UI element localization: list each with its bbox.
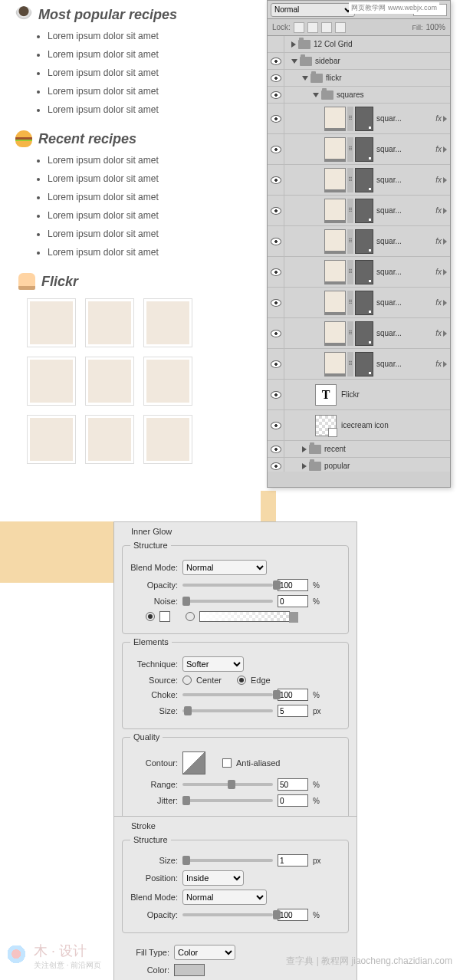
chevron-icon[interactable] bbox=[443, 177, 447, 183]
size-input[interactable] bbox=[278, 705, 308, 717]
size-input[interactable] bbox=[278, 854, 308, 867]
blend-mode-select[interactable]: Normal bbox=[271, 3, 355, 17]
layer-row[interactable]: ⠿squar...fx bbox=[268, 134, 450, 165]
chevron-icon[interactable] bbox=[443, 238, 447, 245]
fx-badge[interactable]: fx bbox=[435, 298, 442, 307]
layer-row[interactable]: sidebar bbox=[268, 53, 450, 70]
eye-icon bbox=[271, 422, 281, 429]
visibility-toggle[interactable] bbox=[268, 196, 284, 225]
visibility-toggle[interactable] bbox=[268, 257, 284, 287]
fx-badge[interactable]: fx bbox=[435, 206, 442, 215]
range-slider[interactable] bbox=[182, 783, 273, 786]
blend-mode-select[interactable]: Normal bbox=[182, 890, 267, 905]
layer-row[interactable]: ⠿squar...fx bbox=[268, 104, 450, 134]
eye-icon bbox=[271, 41, 281, 48]
visibility-toggle[interactable] bbox=[268, 134, 284, 164]
fill-type-select[interactable]: Color bbox=[174, 945, 235, 960]
flickr-square bbox=[144, 299, 192, 347]
visibility-toggle[interactable] bbox=[268, 226, 284, 256]
gradient-radio[interactable] bbox=[186, 612, 195, 621]
layer-tree[interactable]: 12 Col Gridsidebarflickrsquares⠿squar...… bbox=[268, 36, 450, 472]
jitter-input[interactable] bbox=[278, 794, 308, 807]
disclosure-arrow-icon[interactable] bbox=[302, 446, 307, 452]
fx-badge[interactable]: fx bbox=[435, 145, 442, 153]
disclosure-arrow-icon[interactable] bbox=[291, 41, 296, 48]
choke-input[interactable] bbox=[278, 689, 308, 701]
color-swatch[interactable] bbox=[174, 964, 205, 976]
opacity-input[interactable] bbox=[278, 579, 308, 591]
contour-swatch[interactable] bbox=[182, 751, 205, 774]
blend-mode-select[interactable]: Normal bbox=[182, 560, 267, 575]
chevron-icon[interactable] bbox=[443, 331, 447, 337]
layer-row[interactable]: ⠿squar...fx bbox=[268, 196, 450, 226]
layer-row[interactable]: popular bbox=[268, 458, 450, 472]
chevron-icon[interactable] bbox=[443, 146, 447, 153]
fx-badge[interactable]: fx bbox=[435, 268, 442, 276]
opacity-input[interactable] bbox=[278, 909, 308, 921]
lock-pixels-icon[interactable] bbox=[307, 22, 318, 33]
layer-row[interactable]: ⠿squar...fx bbox=[268, 349, 450, 380]
technique-select[interactable]: Softer bbox=[182, 656, 244, 672]
choke-slider[interactable] bbox=[182, 693, 273, 696]
lock-position-icon[interactable] bbox=[321, 22, 332, 33]
layer-row[interactable]: ⠿squar...fx bbox=[268, 318, 450, 349]
noise-input[interactable] bbox=[278, 595, 308, 607]
chevron-icon[interactable] bbox=[443, 116, 447, 122]
visibility-toggle[interactable] bbox=[268, 288, 284, 317]
layer-row[interactable]: TFlickr bbox=[268, 380, 450, 410]
visibility-toggle[interactable] bbox=[268, 410, 284, 440]
visibility-toggle[interactable] bbox=[268, 36, 284, 52]
fx-badge[interactable]: fx bbox=[435, 176, 442, 184]
visibility-toggle[interactable] bbox=[268, 458, 284, 472]
visibility-toggle[interactable] bbox=[268, 104, 284, 133]
disclosure-arrow-icon[interactable] bbox=[313, 93, 319, 97]
lock-all-icon[interactable] bbox=[335, 22, 346, 33]
disclosure-arrow-icon[interactable] bbox=[302, 76, 308, 81]
layer-row[interactable]: ⠿squar...fx bbox=[268, 165, 450, 196]
chevron-icon[interactable] bbox=[443, 208, 447, 214]
center-radio[interactable] bbox=[182, 676, 192, 685]
lock-transparency-icon[interactable] bbox=[294, 22, 304, 33]
visibility-toggle[interactable] bbox=[268, 349, 284, 379]
anti-aliased-checkbox[interactable] bbox=[222, 758, 232, 768]
size-slider[interactable] bbox=[182, 859, 273, 862]
chevron-icon[interactable] bbox=[443, 269, 447, 275]
fill-label: Fill: bbox=[412, 24, 422, 31]
layer-row[interactable]: squares bbox=[268, 87, 450, 104]
color-radio[interactable] bbox=[146, 612, 155, 621]
gradient-swatch[interactable] bbox=[199, 611, 290, 622]
size-slider[interactable] bbox=[182, 709, 273, 712]
layer-row[interactable]: icecream icon bbox=[268, 410, 450, 441]
fx-badge[interactable]: fx bbox=[435, 114, 442, 123]
opacity-slider[interactable] bbox=[182, 913, 273, 916]
jitter-slider[interactable] bbox=[182, 799, 273, 802]
disclosure-arrow-icon[interactable] bbox=[291, 59, 297, 64]
fill-value[interactable]: 100% bbox=[426, 23, 445, 31]
layer-row[interactable]: recent bbox=[268, 441, 450, 458]
layer-row[interactable]: ⠿squar...fx bbox=[268, 257, 450, 288]
visibility-toggle[interactable] bbox=[268, 165, 284, 195]
visibility-toggle[interactable] bbox=[268, 53, 284, 69]
fx-badge[interactable]: fx bbox=[435, 360, 442, 368]
chevron-icon[interactable] bbox=[443, 361, 447, 367]
position-select[interactable]: Inside bbox=[182, 870, 244, 886]
visibility-toggle[interactable] bbox=[268, 318, 284, 348]
color-swatch[interactable] bbox=[159, 611, 170, 622]
visibility-toggle[interactable] bbox=[268, 87, 284, 103]
layer-row[interactable]: 12 Col Grid bbox=[268, 36, 450, 53]
fx-badge[interactable]: fx bbox=[435, 329, 442, 337]
disclosure-arrow-icon[interactable] bbox=[302, 463, 307, 469]
visibility-toggle[interactable] bbox=[268, 441, 284, 457]
noise-slider[interactable] bbox=[182, 600, 273, 603]
visibility-toggle[interactable] bbox=[268, 70, 284, 86]
opacity-slider[interactable] bbox=[182, 584, 273, 587]
layer-row[interactable]: flickr bbox=[268, 70, 450, 87]
layer-row[interactable]: ⠿squar...fx bbox=[268, 288, 450, 318]
edge-radio[interactable] bbox=[237, 676, 246, 685]
visibility-toggle[interactable] bbox=[268, 380, 284, 409]
layer-row[interactable]: ⠿squar...fx bbox=[268, 226, 450, 257]
fx-badge[interactable]: fx bbox=[435, 237, 442, 245]
eye-icon bbox=[271, 391, 281, 399]
chevron-icon[interactable] bbox=[443, 300, 447, 306]
range-input[interactable] bbox=[278, 778, 308, 791]
